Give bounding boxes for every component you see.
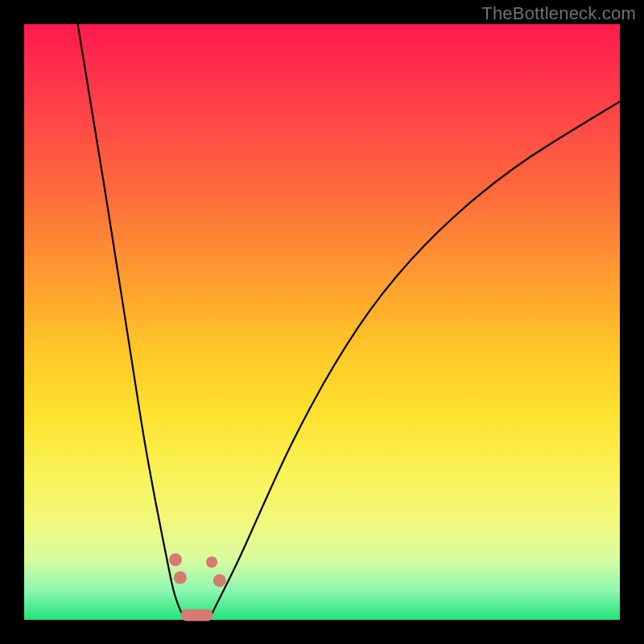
marker-pill-bottom: [181, 609, 213, 621]
marker-dot-right-upper: [206, 556, 217, 568]
curve-left: [78, 24, 185, 620]
marker-dot-left-lower: [174, 572, 187, 584]
marker-dot-right-lower: [213, 574, 226, 587]
chart-svg: [24, 24, 620, 620]
marker-dot-left-upper: [169, 553, 182, 566]
chart-plot-area: [24, 24, 620, 620]
curve-right: [208, 101, 620, 620]
watermark-text: TheBottleneck.com: [481, 3, 636, 24]
